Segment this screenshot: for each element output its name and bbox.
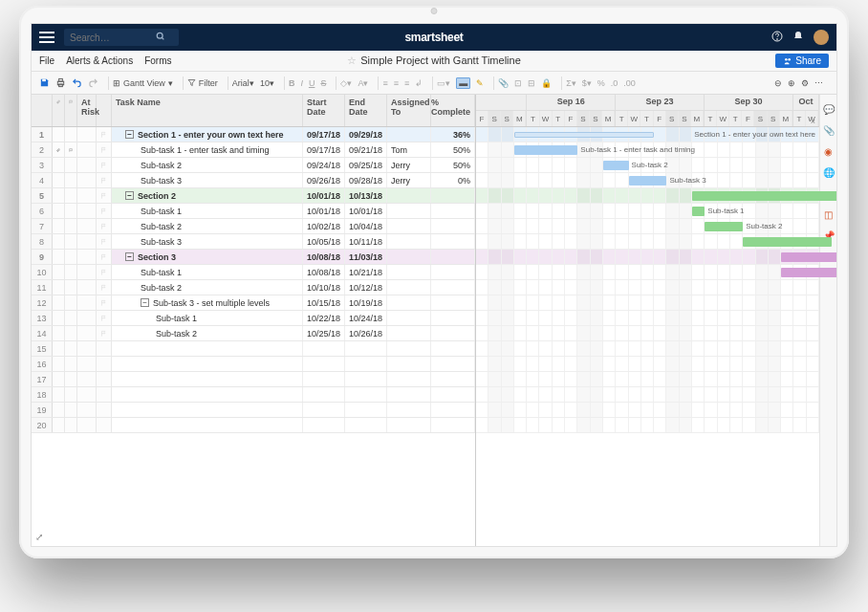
grid-row[interactable]: 8Sub-task 310/05/1810/11/18 <box>32 234 475 250</box>
percent-icon[interactable]: % <box>597 78 605 88</box>
bold-icon[interactable]: B <box>289 78 295 88</box>
grid-row[interactable]: 10Sub-task 110/08/1810/21/18 <box>32 265 475 280</box>
grid-header: At Risk Task Name Start Date End Date As… <box>32 95 475 127</box>
grid-row[interactable]: 16 <box>32 357 475 372</box>
gantt-row <box>476 295 819 311</box>
currency-icon[interactable]: $▾ <box>582 78 592 88</box>
grid-panel: At Risk Task Name Start Date End Date As… <box>32 95 476 546</box>
gear-icon[interactable]: ⚙ <box>801 78 809 88</box>
align-left-icon[interactable]: ≡ <box>382 78 387 88</box>
close-icon[interactable]: × <box>811 117 815 126</box>
proof-icon[interactable]: ⊟ <box>528 78 535 88</box>
share-button[interactable]: Share <box>775 54 829 68</box>
gantt-bar[interactable] <box>603 161 629 170</box>
grid-row[interactable]: 11Sub-task 210/10/1810/12/18 <box>32 280 475 295</box>
grid-row[interactable]: 9−Section 310/08/1811/03/18 <box>32 250 475 265</box>
align-center-icon[interactable]: ≡ <box>394 78 399 88</box>
decimal-inc-icon[interactable]: .0 <box>611 78 618 88</box>
fill-color-icon[interactable]: ◇▾ <box>340 78 352 88</box>
italic-icon[interactable]: I <box>300 78 303 88</box>
gantt-bar[interactable] <box>743 237 832 247</box>
gantt-bar[interactable] <box>514 145 577 155</box>
fontsize-select[interactable]: 10 ▾ <box>260 78 274 88</box>
grid-row[interactable]: 7Sub-task 210/02/1810/04/18 <box>32 219 475 234</box>
bell-icon[interactable] <box>792 31 804 44</box>
search-input[interactable] <box>64 29 179 46</box>
gantt-bar[interactable] <box>705 222 743 231</box>
gantt-row: Sub-task 3 <box>476 173 819 188</box>
gantt-bar[interactable] <box>514 132 654 138</box>
grid-row[interactable]: 6Sub-task 110/01/1810/01/18 <box>32 204 475 219</box>
grid-row[interactable]: 18 <box>32 387 475 403</box>
rail-attach-icon[interactable]: 📎 <box>823 124 835 136</box>
grid-row[interactable]: 19 <box>32 403 475 418</box>
grid-row[interactable]: 13Sub-task 110/22/1810/24/18 <box>32 311 475 326</box>
grid-row[interactable]: 5−Section 210/01/1810/13/18 <box>32 188 475 204</box>
grid-row[interactable]: 4Sub-task 309/26/1809/28/18Jerry0% <box>32 173 475 188</box>
star-icon[interactable]: ☆ <box>347 55 357 66</box>
gantt-bar[interactable] <box>781 252 837 262</box>
help-icon[interactable] <box>771 31 783 44</box>
grid-row[interactable]: 12−Sub-task 3 - set multiple levels10/15… <box>32 295 475 311</box>
grid-row[interactable]: 1−Section 1 - enter your own text here09… <box>32 127 475 142</box>
col-end[interactable]: End Date <box>345 95 387 126</box>
svg-point-0 <box>157 33 163 38</box>
lock-icon[interactable]: 🔒 <box>541 78 552 88</box>
gantt-bar[interactable] <box>692 191 837 201</box>
align-top-icon[interactable]: ≡ <box>404 78 409 88</box>
gantt-bar[interactable] <box>781 268 837 277</box>
gantt-row <box>476 387 819 403</box>
rail-link-icon[interactable]: ◫ <box>823 208 835 220</box>
strike-icon[interactable]: S <box>320 78 326 88</box>
rail-comment-icon[interactable]: 💬 <box>823 103 835 115</box>
sum-icon[interactable]: Σ▾ <box>566 78 576 88</box>
paint-icon[interactable]: ✎ <box>476 78 484 88</box>
text-color-icon[interactable]: A▾ <box>358 78 368 88</box>
gantt-row <box>476 341 819 357</box>
underline-icon[interactable]: U <box>309 78 315 88</box>
gantt-bar[interactable] <box>692 207 705 216</box>
undo-icon[interactable] <box>72 77 82 88</box>
comment-icon[interactable]: ⊡ <box>514 78 522 88</box>
gantt-bar-label: Sub-task 1 <box>707 207 744 215</box>
grid-row[interactable]: 14Sub-task 210/25/1810/26/18 <box>32 326 475 341</box>
rail-globe-icon[interactable]: 🌐 <box>823 166 835 178</box>
search-field[interactable] <box>70 33 156 43</box>
filter-button[interactable]: Filter <box>187 78 218 88</box>
menu-alerts[interactable]: Alerts & Actions <box>66 55 133 66</box>
col-pct[interactable]: % Complete <box>431 95 475 126</box>
format-select[interactable]: ▭▾ <box>437 78 450 88</box>
wrap-icon[interactable]: ↲ <box>415 78 423 88</box>
font-select[interactable]: Arial ▾ <box>232 78 254 88</box>
col-risk[interactable]: At Risk <box>77 95 97 126</box>
grid-row[interactable]: 15 <box>32 341 475 357</box>
grid-row[interactable]: 17 <box>32 372 475 387</box>
redo-icon[interactable] <box>88 77 98 88</box>
print-icon[interactable] <box>55 77 66 88</box>
menu-forms[interactable]: Forms <box>144 55 171 66</box>
overflow-icon[interactable]: ⋯ <box>814 78 823 88</box>
zoom-in-icon[interactable]: ⊕ <box>788 78 795 88</box>
col-start[interactable]: Start Date <box>303 95 345 126</box>
rail-proof-icon[interactable]: ◉ <box>823 145 835 157</box>
grid-row[interactable]: 2Sub-task 1 - enter task and timing09/17… <box>32 142 475 158</box>
gantt-header: FSSMSep 16TWTFSSMSep 23TWTFSSMSep 30TWTF… <box>476 95 819 127</box>
col-assigned[interactable]: Assigned To <box>387 95 431 126</box>
save-icon[interactable] <box>39 77 50 88</box>
col-name[interactable]: Task Name <box>112 95 303 126</box>
fullscreen-icon[interactable]: ⤢ <box>35 532 43 542</box>
avatar[interactable] <box>814 30 829 45</box>
gantt-row <box>476 280 819 295</box>
search-icon <box>156 32 165 43</box>
grid-row[interactable]: 20 <box>32 418 475 433</box>
menu-file[interactable]: File <box>39 55 54 66</box>
decimal-dec-icon[interactable]: .00 <box>623 78 636 88</box>
grid-row[interactable]: 3Sub-task 209/24/1809/25/18Jerry50% <box>32 158 475 173</box>
attach-icon[interactable]: 📎 <box>498 78 509 88</box>
menu-icon[interactable] <box>39 32 54 43</box>
gantt-row <box>476 403 819 418</box>
highlight-button[interactable]: ▬ <box>456 77 470 89</box>
gantt-bar[interactable] <box>629 176 667 186</box>
view-switcher[interactable]: ⊞ Gantt View ▾ <box>113 78 173 88</box>
zoom-out-icon[interactable]: ⊖ <box>774 78 782 88</box>
